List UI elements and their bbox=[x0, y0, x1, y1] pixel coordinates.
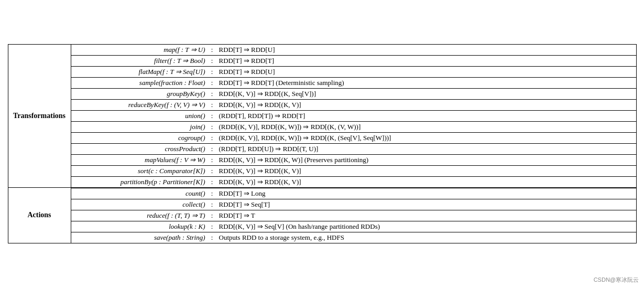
row-content: sort(c : Comparator[K]):RDD[(K, V)] ⇒ RD… bbox=[71, 165, 636, 176]
signature-cell: reduce(f : (T, T) ⇒ T) bbox=[71, 210, 208, 221]
colon-separator: : bbox=[208, 133, 217, 143]
type-cell: RDD[T] ⇒ Long bbox=[217, 188, 636, 199]
type-cell: RDD[T] ⇒ Seq[T] bbox=[217, 199, 636, 210]
category-cell-actions: Actions bbox=[8, 187, 71, 243]
watermark: CSDN@寒冰阮云 bbox=[594, 276, 639, 284]
type-cell: RDD[T] ⇒ RDD[U] bbox=[217, 67, 636, 77]
row-content: reduceByKey(f : (V, V) ⇒ V):RDD[(K, V)] … bbox=[71, 99, 636, 110]
signature-cell: cogroup() bbox=[71, 133, 208, 143]
signature-cell: union() bbox=[71, 111, 208, 121]
row-content: mapValues(f : V ⇒ W):RDD[(K, V)] ⇒ RDD[(… bbox=[71, 154, 636, 165]
row-content: collect():RDD[T] ⇒ Seq[T] bbox=[71, 199, 636, 210]
signature-cell: collect() bbox=[71, 199, 208, 210]
type-cell: RDD[T] ⇒ RDD[T] bbox=[217, 56, 636, 66]
signature-cell: map(f : T ⇒ U) bbox=[71, 45, 208, 55]
signature-cell: save(path : String) bbox=[71, 232, 208, 243]
row-content: lookup(k : K):RDD[(K, V)] ⇒ Seq[V] (On h… bbox=[71, 221, 636, 232]
type-cell: RDD[(K, V)] ⇒ RDD[(K, V)] bbox=[217, 166, 636, 176]
row-content: flatMap(f : T ⇒ Seq[U]):RDD[T] ⇒ RDD[U] bbox=[71, 66, 636, 77]
signature-cell: groupByKey() bbox=[71, 89, 208, 99]
colon-separator: : bbox=[208, 67, 217, 77]
signature-cell: mapValues(f : V ⇒ W) bbox=[71, 155, 208, 165]
signature-cell: crossProduct() bbox=[71, 144, 208, 154]
signature-cell: partitionBy(p : Partitioner[K]) bbox=[71, 177, 208, 187]
type-cell: (RDD[T], RDD[T]) ⇒ RDD[T] bbox=[217, 111, 636, 121]
colon-separator: : bbox=[208, 144, 217, 154]
row-content: partitionBy(p : Partitioner[K]):RDD[(K, … bbox=[71, 176, 636, 187]
signature-cell: join() bbox=[71, 122, 208, 132]
type-cell: RDD[T] ⇒ T bbox=[217, 210, 636, 221]
type-cell: RDD[(K, V)] ⇒ RDD[(K, W)] (Preserves par… bbox=[217, 155, 636, 165]
row-content: join():(RDD[(K, V)], RDD[(K, W)]) ⇒ RDD[… bbox=[71, 121, 636, 132]
row-content: map(f : T ⇒ U):RDD[T] ⇒ RDD[U] bbox=[71, 44, 636, 55]
colon-separator: : bbox=[208, 199, 217, 210]
colon-separator: : bbox=[208, 232, 217, 243]
signature-cell: flatMap(f : T ⇒ Seq[U]) bbox=[71, 67, 208, 77]
colon-separator: : bbox=[208, 45, 217, 55]
row-content: sample(fraction : Float):RDD[T] ⇒ RDD[T]… bbox=[71, 77, 636, 88]
type-cell: (RDD[(K, V)], RDD[(K, W)]) ⇒ RDD[(K, (V,… bbox=[217, 122, 636, 132]
type-cell: RDD[(K, V)] ⇒ RDD[(K, Seq[V])] bbox=[217, 89, 636, 99]
signature-cell: count() bbox=[71, 188, 208, 199]
colon-separator: : bbox=[208, 221, 217, 232]
colon-separator: : bbox=[208, 56, 217, 66]
type-cell: Outputs RDD to a storage system, e.g., H… bbox=[217, 232, 636, 243]
type-cell: (RDD[T], RDD[U]) ⇒ RDD[(T, U)] bbox=[217, 144, 636, 154]
signature-cell: filter(f : T ⇒ Bool) bbox=[71, 56, 208, 66]
signature-cell: sample(fraction : Float) bbox=[71, 78, 208, 88]
row-content: groupByKey():RDD[(K, V)] ⇒ RDD[(K, Seq[V… bbox=[71, 88, 636, 99]
signature-cell: sort(c : Comparator[K]) bbox=[71, 166, 208, 176]
row-content: count():RDD[T] ⇒ Long bbox=[71, 187, 636, 199]
signature-cell: lookup(k : K) bbox=[71, 221, 208, 232]
row-content: reduce(f : (T, T) ⇒ T):RDD[T] ⇒ T bbox=[71, 210, 636, 221]
row-content: crossProduct():(RDD[T], RDD[U]) ⇒ RDD[(T… bbox=[71, 143, 636, 154]
row-content: union():(RDD[T], RDD[T]) ⇒ RDD[T] bbox=[71, 110, 636, 121]
type-cell: RDD[T] ⇒ RDD[U] bbox=[217, 45, 636, 55]
colon-separator: : bbox=[208, 78, 217, 88]
type-cell: RDD[(K, V)] ⇒ Seq[V] (On hash/range part… bbox=[217, 221, 636, 232]
colon-separator: : bbox=[208, 89, 217, 99]
type-cell: RDD[(K, V)] ⇒ RDD[(K, V)] bbox=[217, 177, 636, 187]
row-content: filter(f : T ⇒ Bool):RDD[T] ⇒ RDD[T] bbox=[71, 55, 636, 66]
colon-separator: : bbox=[208, 122, 217, 132]
colon-separator: : bbox=[208, 111, 217, 121]
signature-cell: reduceByKey(f : (V, V) ⇒ V) bbox=[71, 100, 208, 110]
colon-separator: : bbox=[208, 155, 217, 165]
row-content: save(path : String):Outputs RDD to a sto… bbox=[71, 232, 636, 243]
colon-separator: : bbox=[208, 166, 217, 176]
colon-separator: : bbox=[208, 177, 217, 187]
colon-separator: : bbox=[208, 100, 217, 110]
type-cell: (RDD[(K, V)], RDD[(K, W)]) ⇒ RDD[(K, (Se… bbox=[217, 133, 636, 143]
colon-separator: : bbox=[208, 188, 217, 199]
row-content: cogroup():(RDD[(K, V)], RDD[(K, W)]) ⇒ R… bbox=[71, 132, 636, 143]
type-cell: RDD[T] ⇒ RDD[T] (Deterministic sampling) bbox=[217, 78, 636, 88]
main-table: Transformationsmap(f : T ⇒ U):RDD[T] ⇒ R… bbox=[8, 44, 637, 243]
type-cell: RDD[(K, V)] ⇒ RDD[(K, V)] bbox=[217, 100, 636, 110]
category-cell-transformations: Transformations bbox=[8, 44, 71, 187]
colon-separator: : bbox=[208, 210, 217, 221]
